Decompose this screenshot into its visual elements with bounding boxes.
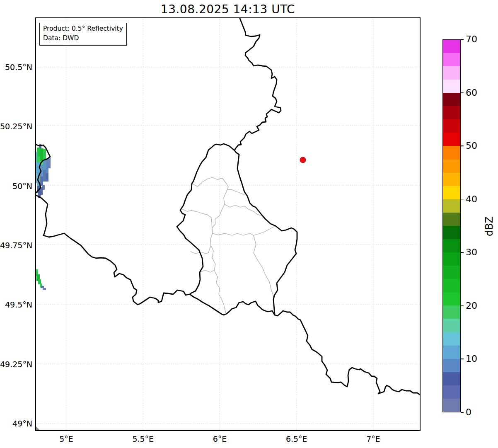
- colorbar-segment: [443, 359, 460, 372]
- y-tick-label: 49.75°N: [0, 241, 32, 250]
- radar-echo-cell: [43, 170, 46, 182]
- colorbar-segment: [443, 266, 460, 279]
- colorbar-tick-mark: [461, 199, 464, 200]
- radar-echo-layer: [35, 144, 51, 290]
- radar-echo-cell: [43, 160, 46, 170]
- border-belgium-france: [35, 144, 190, 305]
- axes-frame: [36, 18, 420, 431]
- product-info-box: Product: 0.5° Reflectivity Data: DWD: [39, 23, 127, 46]
- y-tick-label: 50.5°N: [0, 63, 32, 72]
- colorbar-tick-mark: [461, 359, 464, 360]
- radar-echo-cell: [37, 148, 40, 157]
- colorbar-segment: [443, 385, 460, 399]
- border-luxembourg: [177, 144, 297, 315]
- x-tick-label: 6.5°E: [272, 434, 322, 443]
- colorbar-segment: [443, 93, 460, 106]
- colorbar-segment: [443, 319, 460, 332]
- colorbar-tick-mark: [461, 145, 464, 146]
- colorbar-tick-label: 50: [466, 140, 477, 151]
- y-tick-label: 49.25°N: [0, 360, 32, 369]
- colorbar-segment: [443, 53, 460, 66]
- colorbar-tick-label: 40: [466, 194, 477, 204]
- radar-map-svg: [35, 17, 421, 431]
- colorbar-tick-label: 60: [466, 87, 477, 98]
- colorbar-segment: [443, 213, 460, 226]
- colorbar-segment: [443, 80, 460, 93]
- radar-site-marker: [300, 157, 306, 163]
- colorbar-segment: [443, 279, 460, 292]
- x-tick-label: 5°E: [41, 434, 91, 443]
- colorbar-tick-mark: [461, 39, 464, 40]
- colorbar-segment: [443, 146, 460, 159]
- colorbar-segment: [443, 399, 460, 412]
- plot-title: 13.08.2025 14:13 UTC: [35, 2, 421, 16]
- colorbar-tick-label: 0: [466, 407, 471, 417]
- colorbar-gradient: [442, 39, 461, 412]
- radar-echo-cell: [46, 158, 48, 173]
- radar-echo-cell: [43, 288, 46, 290]
- colorbar-axis-label: dBZ: [483, 214, 496, 239]
- colorbar-segment: [443, 305, 460, 319]
- colorbar-tick-label: 30: [466, 247, 477, 257]
- radar-echo-cell: [41, 286, 44, 288]
- colorbar-tick-mark: [461, 252, 464, 253]
- colorbar-segment: [443, 173, 460, 186]
- colorbar-segment: [443, 186, 460, 199]
- colorbar-tick-label: 20: [466, 300, 477, 311]
- colorbar-segment: [443, 239, 460, 252]
- colorbar-tick-mark: [461, 412, 464, 413]
- border-belgium-germany: [234, 17, 281, 150]
- radar-site-dot: [300, 157, 306, 163]
- colorbar-segment: [443, 252, 460, 266]
- colorbar-segment: [443, 66, 460, 80]
- product-info-line2: Data: DWD: [43, 34, 123, 43]
- colorbar-segment: [443, 292, 460, 305]
- colorbar-tick-mark: [461, 92, 464, 93]
- grid-lines: [35, 17, 421, 431]
- colorbar-segment: [443, 160, 460, 173]
- radar-echo-cell: [43, 149, 46, 160]
- colorbar-segment: [443, 372, 460, 385]
- colorbar-segment: [443, 226, 460, 239]
- canton-borders: [182, 177, 276, 313]
- colorbar-tick-label: 10: [466, 354, 477, 364]
- x-tick-label: 6°E: [195, 434, 245, 443]
- map-area: [35, 17, 421, 431]
- product-info-line1: Product: 0.5° Reflectivity: [43, 24, 123, 34]
- colorbar-segment: [443, 40, 460, 53]
- radar-echo-cell: [37, 157, 40, 162]
- y-tick-label: 50°N: [0, 182, 32, 191]
- radar-echo-cell: [40, 148, 44, 161]
- y-tick-label: 49°N: [0, 419, 32, 428]
- x-tick-label: 5.5°E: [118, 434, 168, 443]
- colorbar-segment: [443, 106, 460, 119]
- colorbar-segment: [443, 346, 460, 359]
- colorbar-segment: [443, 133, 460, 146]
- colorbar-tick-label: 70: [466, 34, 477, 44]
- colorbar-segment: [443, 199, 460, 213]
- colorbar: 010203040506070: [442, 39, 461, 412]
- radar-echo-cell: [40, 177, 43, 186]
- colorbar-tick-mark: [461, 305, 464, 306]
- colorbar-segment: [443, 332, 460, 346]
- x-tick-label: 7°E: [348, 434, 398, 443]
- y-tick-label: 50.25°N: [0, 122, 32, 131]
- radar-figure: { "title": "13.08.2025 14:13 UTC", "info…: [0, 0, 498, 448]
- radar-echo-cell: [48, 157, 51, 168]
- radar-echo-cell: [46, 173, 48, 182]
- colorbar-segment: [443, 119, 460, 133]
- y-tick-label: 49.5°N: [0, 300, 32, 309]
